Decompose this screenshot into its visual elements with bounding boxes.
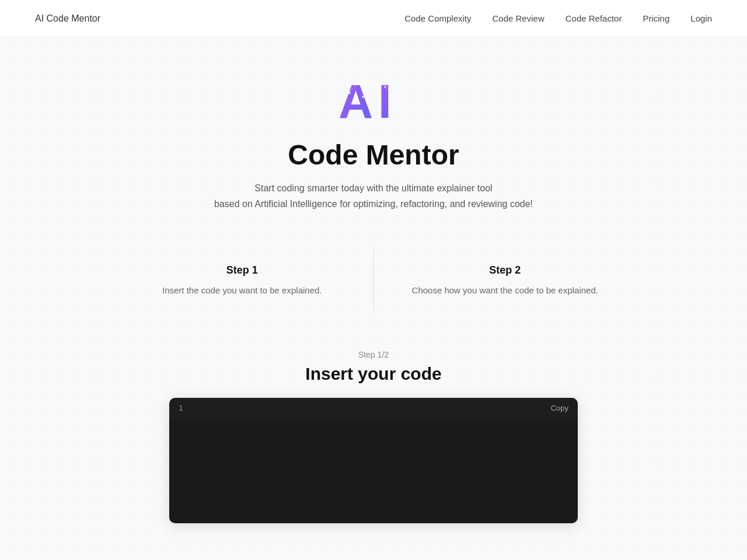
line-number: 1 <box>179 404 183 412</box>
step-2-title: Step 2 <box>397 264 613 276</box>
hero-title: Code Mentor <box>288 139 459 171</box>
hero-subtitle: Start coding smarter today with the ulti… <box>214 180 533 212</box>
code-step-label: Step 1/2 <box>358 350 389 359</box>
step-2-desc: Choose how you want the code to be expla… <box>397 284 613 298</box>
step-1-card: Step 1 Insert the code you want to be ex… <box>111 247 374 315</box>
nav-brand[interactable]: AI Code Mentor <box>35 13 100 24</box>
nav-links: Code Complexity Code Review Code Refacto… <box>404 13 712 23</box>
svg-point-6 <box>362 96 364 98</box>
steps-section: Step 1 Insert the code you want to be ex… <box>111 247 636 315</box>
code-editor-body[interactable] <box>169 418 578 523</box>
nav-link-refactor[interactable]: Code Refactor <box>566 13 622 23</box>
nav-link-login[interactable]: Login <box>690 13 712 23</box>
nav-link-pricing[interactable]: Pricing <box>643 13 669 23</box>
hero-logo: A I <box>338 72 409 125</box>
nav-link-review[interactable]: Code Review <box>493 13 544 23</box>
step-1-title: Step 1 <box>134 264 350 276</box>
navbar: AI Code Mentor Code Complexity Code Revi… <box>0 0 747 37</box>
code-editor-container: 1 Copy <box>169 398 578 523</box>
code-section-title: Insert your code <box>305 364 441 384</box>
svg-text:I: I <box>378 75 392 125</box>
copy-button[interactable]: Copy <box>551 404 568 412</box>
svg-point-9 <box>402 83 404 85</box>
main-content: A I Code Mentor Start coding smarter tod… <box>0 37 747 547</box>
svg-point-5 <box>343 104 344 106</box>
code-editor-header: 1 Copy <box>169 398 578 418</box>
step-2-card: Step 2 Choose how you want the code to b… <box>374 247 637 315</box>
step-1-desc: Insert the code you want to be explained… <box>134 284 350 298</box>
nav-link-complexity[interactable]: Code Complexity <box>404 13 471 23</box>
